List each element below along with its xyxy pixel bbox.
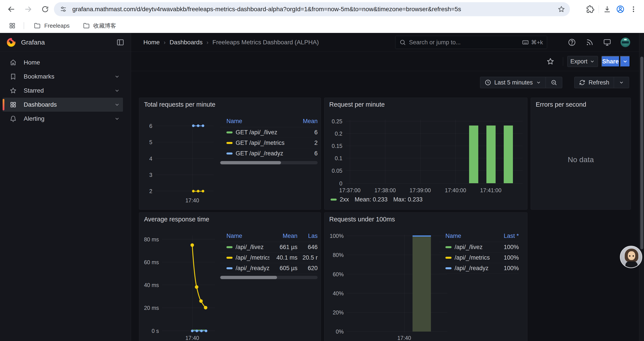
assistant-avatar[interactable] — [620, 246, 642, 268]
chevron-down-icon — [590, 59, 595, 64]
sidebar-item-home[interactable]: Home — [3, 56, 123, 70]
bar-2xx — [486, 126, 496, 183]
user-avatar[interactable] — [620, 38, 630, 47]
page-scrollbar[interactable] — [639, 33, 644, 341]
y-tick: 0.25 — [324, 118, 342, 125]
address-bar[interactable] — [54, 2, 570, 16]
profile-icon[interactable] — [614, 3, 627, 16]
url-input[interactable] — [72, 6, 558, 13]
sidebar-item-starred[interactable]: Starred — [3, 84, 123, 98]
search-box[interactable]: ⌘+k — [395, 36, 547, 49]
panel-average-response-time[interactable]: Average response time 80 ms 60 ms 40 ms … — [139, 212, 321, 341]
series-name: 2xx — [340, 196, 349, 203]
legend-row[interactable]: /api/_/readyz 100% — [439, 263, 519, 274]
legend-scrollbar[interactable] — [220, 161, 318, 164]
forward-icon[interactable] — [22, 3, 35, 16]
search-input[interactable] — [409, 39, 519, 46]
legend-table: Name Mean GET /api/_/livez 6 GET /api/_/… — [220, 115, 318, 164]
panel-total-requests[interactable]: Total requests per minute 6 5 4 3 2 17:4… — [139, 98, 321, 210]
brand-name: Grafana — [21, 39, 45, 46]
sidebar-item-alerting[interactable]: Alerting — [3, 112, 123, 126]
breadcrumb: Home › Dashboards › Freeleaps Metrics Da… — [143, 33, 319, 52]
series-name: /api/_/readyz — [236, 265, 270, 272]
back-icon[interactable] — [5, 3, 18, 16]
legend-col-name[interactable]: Name — [220, 233, 270, 239]
series-name: GET /api/_/readyz — [236, 150, 283, 157]
scrollbar-thumb[interactable] — [220, 161, 281, 164]
sidebar-item-dashboards[interactable]: Dashboards — [3, 98, 123, 112]
chevron-down-icon[interactable] — [114, 116, 120, 122]
bookmark-folder-label: Freeleaps — [44, 22, 70, 29]
legend-col-name[interactable]: Name — [439, 233, 490, 239]
site-settings-icon[interactable] — [60, 6, 67, 13]
clock-icon — [485, 79, 491, 86]
legend-col-last[interactable]: Last * — [490, 233, 519, 239]
legend-row[interactable]: /api/_/metrics 40.1 ms 20.5 r — [220, 253, 318, 263]
reload-icon[interactable] — [38, 3, 52, 16]
scrollbar-thumb[interactable] — [640, 57, 643, 249]
x-tick: 17:41:00 — [474, 187, 507, 194]
news-rss-icon[interactable] — [585, 38, 594, 47]
favorite-star-icon[interactable] — [546, 58, 554, 65]
share-button[interactable]: Share — [602, 56, 620, 67]
chevron-down-icon[interactable] — [114, 88, 120, 94]
export-button[interactable]: Export — [567, 56, 598, 67]
legend-row[interactable]: GET /api/_/readyz 6 — [220, 148, 318, 159]
scrollbar-thumb[interactable] — [220, 276, 277, 279]
legend-col-mean[interactable]: Mean — [291, 118, 318, 125]
gridline — [192, 122, 192, 197]
legend-row[interactable]: /api/_/livez 661 µs 646 — [220, 242, 318, 253]
bookmark-star-icon[interactable] — [558, 6, 565, 13]
sidebar-item-bookmarks[interactable]: Bookmarks — [3, 70, 123, 84]
bookmarks-bar: Freeleaps 收藏博客 — [0, 19, 644, 33]
legend-row[interactable]: GET /api/_/livez 6 — [220, 127, 318, 138]
legend-item-2xx[interactable]: 2xx — [330, 196, 349, 203]
downloads-icon[interactable] — [600, 3, 614, 16]
sidebar-item-label: Dashboards — [24, 101, 57, 108]
gridline — [420, 120, 420, 183]
panel-errors-per-second[interactable]: Errors per second No data — [531, 98, 631, 210]
gridline — [346, 146, 522, 146]
extensions-icon[interactable] — [584, 3, 597, 16]
apps-grid-icon[interactable] — [9, 22, 16, 29]
no-data-message: No data — [531, 155, 631, 164]
legend-scrollbar[interactable] — [220, 276, 318, 279]
browser-menu-icon[interactable] — [627, 3, 640, 16]
bar-under-100ms — [412, 236, 431, 331]
refresh-interval-button[interactable] — [614, 77, 629, 88]
panel-requests-under-100ms[interactable]: Requests under 100ms 100% 80% 60% 40% 20… — [324, 212, 528, 341]
series-name: GET /api/_/metrics — [236, 140, 284, 146]
x-tick: 17:40 — [391, 335, 417, 341]
legend-row[interactable]: /api/_/metrics 100% — [439, 253, 519, 263]
zoom-out-button[interactable] — [546, 77, 562, 88]
series-color-pill — [226, 267, 232, 269]
legend-col-mean[interactable]: Mean — [270, 233, 298, 239]
legend-row[interactable]: /api/_/readyz 605 µs 620 — [220, 263, 318, 274]
sidebar-item-label: Home — [24, 59, 40, 66]
share-menu-button[interactable] — [620, 56, 630, 67]
grafana-brand[interactable]: Grafana — [6, 37, 45, 47]
time-range-picker[interactable]: Last 5 minutes — [480, 77, 546, 88]
bookmark-folder-blogs[interactable]: 收藏博客 — [83, 22, 116, 30]
legend-row[interactable]: GET /api/_/metrics 2 — [220, 138, 318, 148]
series-name: GET /api/_/livez — [236, 129, 277, 136]
monitor-icon[interactable] — [602, 38, 612, 47]
sidebar-toggle-icon[interactable] — [116, 38, 124, 46]
star-icon — [10, 87, 17, 94]
series-last: 646 — [298, 244, 318, 251]
breadcrumb-dashboards[interactable]: Dashboards — [170, 39, 202, 46]
y-tick: 80% — [324, 252, 344, 258]
y-tick: 20% — [324, 309, 344, 316]
breadcrumb-home[interactable]: Home — [143, 39, 160, 46]
bookmark-folder-freeleaps[interactable]: Freeleaps — [34, 22, 70, 29]
chevron-down-icon[interactable] — [114, 74, 120, 80]
legend-col-last[interactable]: Las — [298, 233, 318, 239]
legend-row[interactable]: /api/_/livez 100% — [439, 242, 519, 253]
panel-request-per-minute[interactable]: Request per minute 0.25 0.2 0.15 0.1 0.0… — [324, 98, 528, 210]
refresh-button[interactable]: Refresh — [574, 77, 614, 88]
panel-title: Request per minute — [329, 101, 385, 108]
chevron-down-icon[interactable] — [114, 102, 120, 108]
x-tick: 17:39:00 — [404, 187, 437, 194]
help-icon[interactable] — [567, 38, 577, 47]
legend-col-name[interactable]: Name — [220, 118, 291, 125]
